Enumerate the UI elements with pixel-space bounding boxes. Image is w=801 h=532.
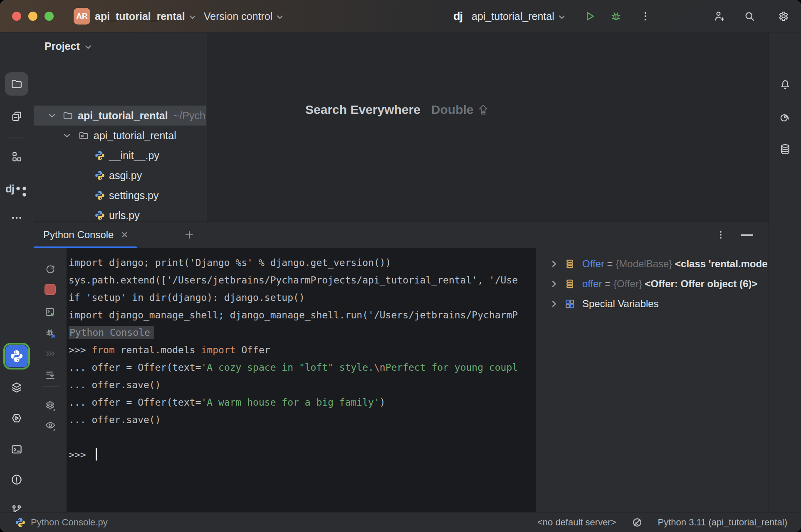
python-console-icon: [5, 345, 28, 367]
soft-wrap-view-icon[interactable]: [42, 417, 59, 434]
settings-gear-icon[interactable]: [774, 0, 793, 32]
console-options-icon[interactable]: [712, 222, 730, 248]
python-file-icon: [15, 517, 26, 528]
instance-icon: [564, 278, 575, 289]
console-line: ... offer = Offer(text='A cozy space in …: [69, 359, 536, 376]
project-tool-icon[interactable]: [5, 72, 28, 96]
minimize-window-icon[interactable]: [28, 12, 37, 21]
variable-row-special-variables[interactable]: Special Variables: [536, 294, 769, 314]
interpreter-label[interactable]: Python 3.11 (api_tutorial_rental): [658, 517, 787, 528]
tree-item-asgi.py[interactable]: asgi.py: [34, 165, 206, 185]
database-tool-icon[interactable]: [774, 138, 797, 161]
chevron-down-icon: [188, 13, 197, 21]
tree-item-api_tutorial_rental[interactable]: api_tutorial_rental: [34, 126, 206, 145]
console-settings-icon[interactable]: [42, 397, 59, 414]
execute-command-icon[interactable]: [42, 304, 59, 320]
django-structure-tool-icon[interactable]: dj: [5, 177, 28, 200]
project-panel: Project api_tutorial_rental~/Pychapi_tut…: [34, 33, 206, 222]
status-bar: Python Console.py <no default server> Py…: [0, 512, 801, 532]
attach-debugger-icon[interactable]: [42, 325, 59, 342]
folder-icon: [78, 130, 89, 141]
python-file-icon: [94, 190, 105, 201]
chevron-down-icon: [558, 13, 566, 21]
pycharm-window: AR api_tutorial_rental Version control d…: [0, 0, 801, 532]
python-packages-tool-icon[interactable]: [5, 406, 28, 430]
variables-panel: Offer = {ModelBase} <class 'rental.modeo…: [536, 248, 769, 512]
default-server-status[interactable]: <no default server>: [537, 517, 616, 528]
variable-row-offer[interactable]: offer = {Offer} <Offer: Offer object (6)…: [536, 274, 769, 294]
commit-tool-icon[interactable]: [5, 105, 28, 128]
class-icon: [564, 259, 575, 269]
terminal-tool-icon[interactable]: [5, 438, 28, 461]
console-line: Python Console: [69, 324, 536, 341]
folder-icon: [62, 110, 73, 121]
run-configuration-selector[interactable]: api_tutorial_rental: [472, 0, 566, 32]
services-tool-icon[interactable]: [5, 376, 28, 399]
editor-area: Search Everywhere Double: [207, 33, 769, 222]
stop-console-icon[interactable]: [42, 281, 59, 298]
console-line: >>> from rental.models import Offer: [69, 341, 536, 359]
console-output[interactable]: import django; print('Django %s' % djang…: [67, 248, 536, 512]
special-variables-icon: [564, 298, 575, 309]
structure-tool-icon[interactable]: [5, 145, 28, 168]
left-tool-rail: dj: [0, 33, 33, 512]
variable-row-offer[interactable]: Offer = {ModelBase} <class 'rental.mode: [536, 254, 769, 274]
console-toolbar: [34, 248, 67, 512]
chevron-down-icon[interactable]: [62, 131, 72, 140]
right-tool-rail: [769, 33, 801, 512]
project-panel-header[interactable]: Project: [44, 36, 92, 56]
hint-action-label: Search Everywhere: [305, 103, 420, 117]
console-line: import django_manage_shell; django_manag…: [69, 306, 536, 324]
tree-item-urls.py[interactable]: urls.py: [34, 205, 206, 222]
django-logo: dj: [453, 0, 462, 32]
console-header: Python Console ×: [34, 222, 769, 248]
python-file-icon: [94, 210, 105, 221]
console-line: sys.path.extend(['/Users/jetbrains/Pycha…: [69, 271, 536, 289]
text-cursor: [96, 448, 97, 461]
search-everywhere-hint: Search Everywhere Double: [305, 103, 490, 117]
debug-icon[interactable]: [607, 0, 625, 32]
close-tab-icon[interactable]: ×: [121, 229, 128, 241]
rail-divider: [8, 138, 25, 138]
problems-tool-icon[interactable]: [5, 468, 28, 491]
chevron-down-icon: [276, 13, 284, 21]
notifications-bell-icon[interactable]: [774, 72, 797, 96]
toolbar-divider: [42, 386, 59, 387]
rerun-console-icon[interactable]: [42, 261, 59, 278]
run-icon[interactable]: [581, 0, 599, 32]
highlighting-off-icon[interactable]: [631, 517, 643, 528]
tree-item-settings.py[interactable]: settings.py: [34, 185, 206, 205]
chevron-down-icon[interactable]: [47, 111, 57, 120]
more-actions-icon[interactable]: [636, 0, 655, 32]
current-file-label[interactable]: Python Console.py: [31, 517, 108, 528]
console-prompt[interactable]: >>>: [69, 446, 536, 463]
chevron-right-icon[interactable]: [549, 259, 559, 268]
version-control-menu[interactable]: Version control: [204, 0, 284, 32]
python-file-icon: [94, 150, 105, 161]
search-icon[interactable]: [740, 0, 759, 32]
chevron-down-icon: [84, 43, 92, 51]
new-console-icon[interactable]: [180, 222, 198, 248]
tree-item-api_tutorial_rental[interactable]: api_tutorial_rental~/Pych: [34, 106, 206, 126]
chevron-right-icon[interactable]: [549, 299, 559, 308]
avatar[interactable]: AR: [74, 8, 90, 25]
fullscreen-window-icon[interactable]: [44, 12, 54, 21]
chevron-right-icon[interactable]: [549, 279, 559, 288]
add-user-icon[interactable]: [710, 0, 729, 32]
execute-queue-icon[interactable]: [42, 345, 59, 362]
python-file-icon: [94, 170, 105, 181]
scroll-to-end-icon[interactable]: [42, 367, 59, 384]
macos-window-controls: [12, 12, 54, 21]
ai-assistant-icon[interactable]: [774, 105, 797, 128]
console-line: if 'setup' in dir(django): django.setup(…: [69, 289, 536, 306]
project-menu[interactable]: api_tutorial_rental: [95, 0, 197, 32]
tab-python-console[interactable]: Python Console ×: [34, 222, 137, 248]
python-console-panel: Python Console × import django; print('D…: [34, 222, 769, 512]
more-tool-windows-icon[interactable]: [5, 206, 28, 229]
hide-panel-icon[interactable]: [737, 222, 757, 248]
shift-icon: [477, 103, 490, 116]
python-console-tool-icon[interactable]: [5, 345, 28, 367]
tree-item-__init__.py[interactable]: __init__.py: [34, 145, 206, 165]
title-bar: AR api_tutorial_rental Version control d…: [0, 0, 801, 32]
close-window-icon[interactable]: [12, 12, 21, 21]
